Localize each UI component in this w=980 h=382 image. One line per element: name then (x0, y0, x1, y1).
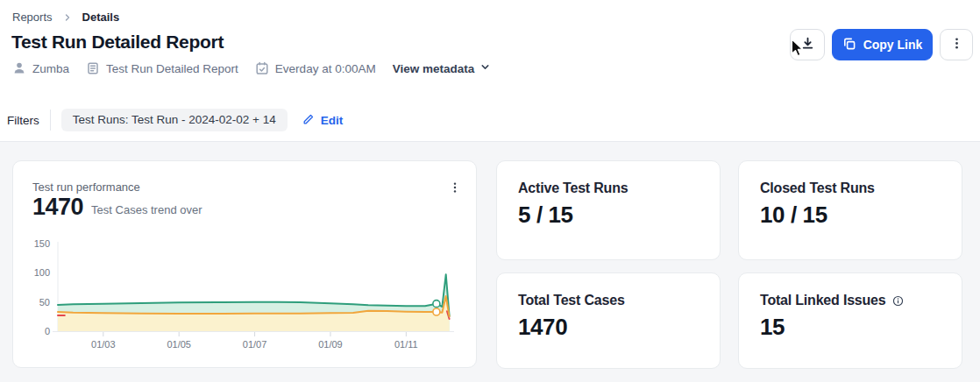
report-schedule-label: Everday at 0:00AM (275, 62, 376, 75)
edit-filters-button[interactable]: Edit (302, 113, 344, 128)
svg-text:150: 150 (34, 238, 50, 249)
svg-text:0: 0 (45, 326, 50, 336)
chevron-right-icon (62, 12, 73, 23)
report-type: Test Run Detailed Report (86, 61, 238, 75)
copy-link-label: Copy Link (863, 38, 923, 52)
stat-label: Active Test Runs (518, 180, 628, 196)
stat-label: Total Linked Issues (760, 293, 886, 308)
chart-title: Test run performance (32, 180, 140, 194)
svg-text:01/11: 01/11 (394, 339, 418, 350)
report-type-label: Test Run Detailed Report (106, 62, 238, 75)
chart-headline-value: 1470 (32, 195, 83, 219)
chevron-down-icon (479, 61, 491, 75)
stat-card-total-test-cases: Total Test Cases 1470 (496, 272, 721, 369)
edit-label: Edit (321, 114, 344, 127)
download-button[interactable] (790, 29, 825, 60)
stat-value: 10 / 15 (760, 202, 827, 229)
stat-card-closed-test-runs: Closed Test Runs 10 / 15 (738, 160, 962, 260)
info-icon[interactable] (892, 295, 904, 307)
breadcrumb-item-details[interactable]: Details (82, 11, 120, 24)
stat-card-total-linked-issues: Total Linked Issues 15 (738, 272, 962, 369)
report-meta-row: Zumba Test Run Detailed Report Everday a… (12, 61, 491, 75)
stat-label: Total Test Cases (518, 293, 625, 308)
test-run-performance-card: Test run performance 1470 Test Cases tre… (12, 160, 477, 368)
view-metadata-label: View metadata (393, 62, 475, 75)
svg-text:100: 100 (34, 267, 50, 278)
page-title: Test Run Detailed Report (11, 32, 224, 53)
svg-text:01/07: 01/07 (243, 339, 267, 350)
chart-headline: 1470 Test Cases trend over (32, 195, 202, 219)
copy-icon (842, 37, 856, 53)
performance-chart[interactable]: 05010015001/0301/0501/0701/0901/11 (27, 236, 458, 360)
svg-text:01/03: 01/03 (91, 339, 116, 350)
stat-card-active-test-runs: Active Test Runs 5 / 15 (496, 160, 721, 260)
report-document-icon (86, 61, 100, 75)
pencil-icon (302, 113, 315, 128)
user-icon (12, 61, 26, 75)
kebab-icon (950, 37, 963, 53)
filters-label: Filters (7, 114, 39, 127)
breadcrumb-item-reports[interactable]: Reports (12, 11, 53, 24)
stat-value: 15 (760, 314, 785, 341)
more-options-button[interactable] (940, 29, 973, 60)
svg-text:01/09: 01/09 (318, 339, 343, 350)
download-icon (800, 36, 815, 53)
view-metadata-button[interactable]: View metadata (393, 61, 492, 75)
breadcrumb: Reports Details (12, 11, 119, 24)
stat-value: 1470 (518, 314, 567, 341)
svg-text:01/05: 01/05 (167, 339, 191, 350)
filter-bar: Filters Test Runs: Test Run - 2024-02-02… (7, 108, 343, 132)
filter-chip-test-runs[interactable]: Test Runs: Test Run - 2024-02-02 + 14 (61, 109, 288, 131)
vertical-divider (50, 110, 51, 131)
stat-label: Closed Test Runs (760, 180, 875, 196)
calendar-check-icon (255, 61, 269, 75)
svg-text:50: 50 (39, 297, 50, 308)
stat-value: 5 / 15 (518, 202, 573, 229)
stat-label-row: Total Linked Issues (760, 293, 904, 308)
report-owner: Zumba (12, 61, 69, 75)
copy-link-button[interactable]: Copy Link (832, 29, 933, 60)
report-schedule: Everday at 0:00AM (255, 61, 376, 75)
chart-menu-button[interactable] (444, 177, 465, 198)
kebab-icon (449, 181, 461, 194)
chart-subtitle: Test Cases trend over (91, 203, 202, 219)
report-owner-label: Zumba (32, 62, 69, 75)
